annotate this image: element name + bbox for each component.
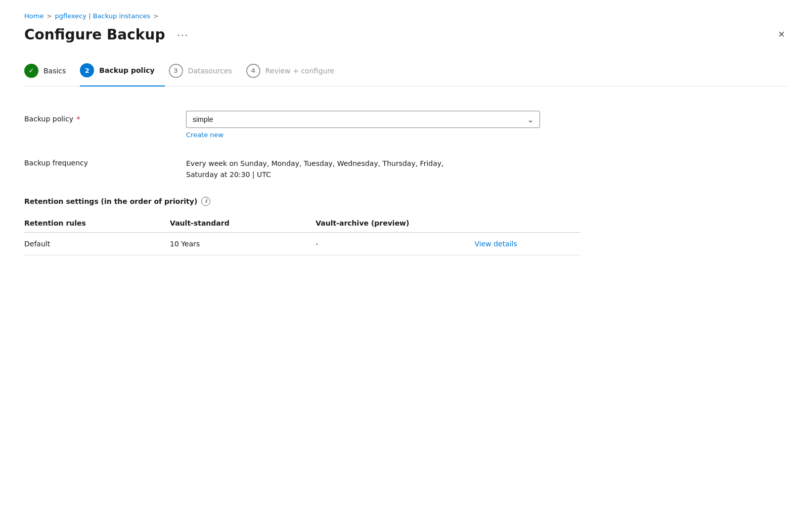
col-header-vault-standard: Vault-standard xyxy=(170,214,315,233)
breadcrumb-home[interactable]: Home xyxy=(24,12,43,20)
backup-policy-label: Backup policy * xyxy=(24,111,186,123)
backup-policy-dropdown-wrapper: simple standard enhanced ⌄ xyxy=(186,111,540,128)
frequency-line1: Every week on Sunday, Monday, Tuesday, W… xyxy=(186,158,580,169)
col-header-rules: Retention rules xyxy=(24,214,170,233)
step-2-label: Backup policy xyxy=(99,66,154,74)
breadcrumb: Home > pgflexecy | Backup instances > xyxy=(24,12,788,20)
retention-table: Retention rules Vault-standard Vault-arc… xyxy=(24,214,580,255)
step-2-circle: 2 xyxy=(80,63,94,77)
backup-frequency-row: Backup frequency Every week on Sunday, M… xyxy=(24,155,580,181)
required-star: * xyxy=(74,115,80,123)
breadcrumb-sep2: > xyxy=(153,13,158,20)
step-datasources[interactable]: 3 Datasources xyxy=(169,64,242,86)
view-details-cell: View details xyxy=(474,232,580,255)
step-1-label: Basics xyxy=(43,67,66,75)
page-header: Configure Backup ··· × xyxy=(24,26,788,43)
step-review-configure[interactable]: 4 Review + configure xyxy=(246,64,344,86)
backup-policy-control: simple standard enhanced ⌄ Create new xyxy=(186,111,580,139)
vault-standard-value: 10 Years xyxy=(170,232,315,255)
step-4-label: Review + configure xyxy=(265,67,334,75)
step-basics[interactable]: ✓ Basics xyxy=(24,64,76,86)
form-area: Backup policy * simple standard enhanced… xyxy=(24,111,580,255)
col-header-vault-archive: Vault-archive (preview) xyxy=(315,214,474,233)
retention-heading: Retention settings (in the order of prio… xyxy=(24,197,580,206)
retention-section: Retention settings (in the order of prio… xyxy=(24,197,580,255)
create-new-link[interactable]: Create new xyxy=(186,131,223,139)
col-header-action xyxy=(474,214,580,233)
page-title: Configure Backup xyxy=(24,26,165,43)
table-row: Default 10 Years - View details xyxy=(24,232,580,255)
more-options-button[interactable]: ··· xyxy=(173,27,193,42)
view-details-link[interactable]: View details xyxy=(474,240,517,248)
step-3-circle: 3 xyxy=(169,64,183,78)
backup-policy-row: Backup policy * simple standard enhanced… xyxy=(24,111,580,139)
backup-frequency-label: Backup frequency xyxy=(24,155,186,167)
backup-frequency-value: Every week on Sunday, Monday, Tuesday, W… xyxy=(186,155,580,181)
step-backup-policy[interactable]: 2 Backup policy xyxy=(80,63,164,87)
steps-bar: ✓ Basics 2 Backup policy 3 Datasources 4… xyxy=(24,63,788,87)
frequency-line2: Saturday at 20:30 | UTC xyxy=(186,169,580,180)
breadcrumb-sep1: > xyxy=(47,13,52,20)
step-1-circle: ✓ xyxy=(24,64,38,78)
retention-rule-name: Default xyxy=(24,232,170,255)
step-3-label: Datasources xyxy=(188,67,232,75)
info-icon[interactable]: i xyxy=(201,197,210,206)
step-4-circle: 4 xyxy=(246,64,260,78)
backup-policy-select[interactable]: simple standard enhanced xyxy=(186,111,540,128)
vault-archive-value: - xyxy=(315,232,474,255)
close-button[interactable]: × xyxy=(775,26,788,43)
breadcrumb-middle[interactable]: pgflexecy | Backup instances xyxy=(55,12,150,20)
